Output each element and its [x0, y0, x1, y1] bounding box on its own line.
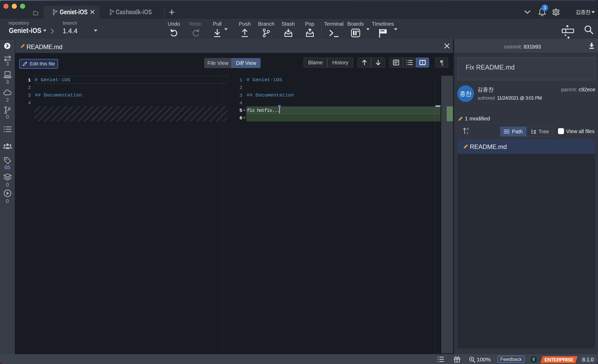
svg-text:A: A [467, 127, 469, 131]
svg-text:z: z [467, 131, 468, 134]
